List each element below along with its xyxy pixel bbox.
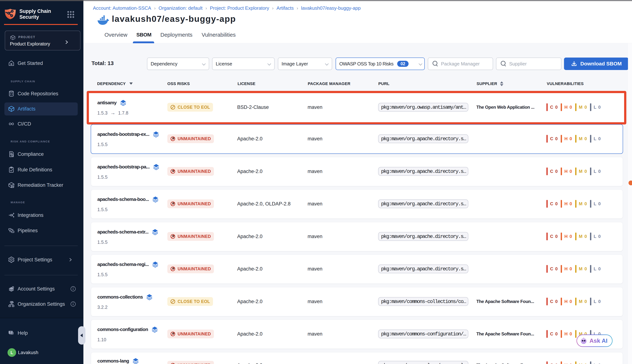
svg-text:?: ? (10, 331, 11, 334)
